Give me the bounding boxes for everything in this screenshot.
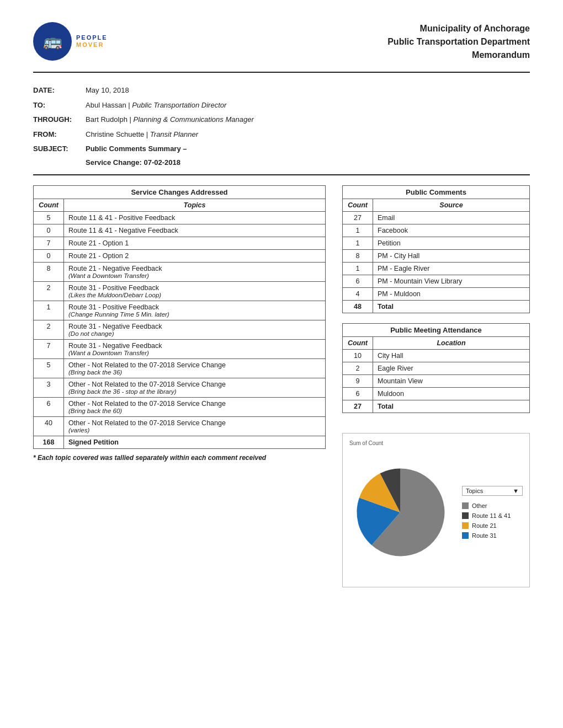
- legend-route31: Route 31: [462, 532, 523, 539]
- subject-value: Public Comments Summary –: [86, 143, 187, 154]
- sc-count-cell: 8: [34, 262, 64, 281]
- table-row: 7 Route 31 - Negative Feedback(Want a Do…: [34, 339, 326, 358]
- date-value: May 10, 2018: [86, 85, 129, 96]
- sc-count-cell: 2: [34, 281, 64, 301]
- logo-area: 🚌 PEOPLE MOVER: [33, 22, 108, 61]
- sc-topic-cell: Route 31 - Positive Feedback(Change Runn…: [64, 301, 326, 320]
- legend-route1141: Route 11 & 41: [462, 512, 523, 519]
- sc-topics-header: Topics: [64, 199, 326, 211]
- table-row: 2 Route 31 - Negative Feedback(Do not ch…: [34, 320, 326, 339]
- pc-source-header: Source: [373, 199, 530, 211]
- pm-count-cell: 27: [343, 400, 373, 413]
- main-content: Service Changes Addressed Count Topics 5…: [33, 185, 530, 587]
- service-changes-title: Service Changes Addressed: [34, 185, 326, 199]
- table-row: 27 Total: [343, 400, 530, 413]
- pc-count-cell: 1: [343, 224, 373, 237]
- sc-count-cell: 5: [34, 211, 64, 224]
- table-row: 6 Other - Not Related to the 07-2018 Ser…: [34, 397, 326, 416]
- table-row: 0 Route 11 & 41 - Negative Feedback: [34, 224, 326, 237]
- pc-count-cell: 4: [343, 287, 373, 300]
- to-title: Public Transportation Director: [132, 101, 226, 109]
- sc-count-cell: 5: [34, 358, 64, 378]
- legend-color-route1141: [462, 512, 469, 519]
- pc-source-cell: Facebook: [373, 224, 530, 237]
- public-comments-title-row: Public Comments: [343, 185, 530, 199]
- pc-source-cell: Email: [373, 211, 530, 224]
- through-value: Bart Rudolph | Planning & Communications…: [86, 114, 254, 125]
- legend-other: Other: [462, 502, 523, 509]
- from-title: Transit Planner: [150, 130, 198, 138]
- sc-count-cell: 0: [34, 249, 64, 262]
- logo-circle: 🚌: [33, 22, 72, 61]
- top-divider: [33, 72, 530, 73]
- pc-count-cell: 6: [343, 275, 373, 287]
- sc-topic-cell: Other - Not Related to the 07-2018 Servi…: [64, 358, 326, 378]
- table-row: 168 Signed Petition: [34, 436, 326, 448]
- through-name: Bart Rudolph |: [86, 115, 133, 124]
- topics-dropdown[interactable]: Topics ▼: [462, 486, 523, 496]
- org-line2: Public Transportation Department: [387, 35, 530, 49]
- memo-from-row: FROM: Christine Schuette | Transit Plann…: [33, 129, 530, 140]
- subject-label: SUBJECT:: [33, 143, 86, 154]
- pie-chart: [349, 452, 451, 573]
- table-row: 6 PM - Mountain View Library: [343, 275, 530, 287]
- pc-source-cell: PM - Mountain View Library: [373, 275, 530, 287]
- sc-topic-cell: Route 21 - Option 2: [64, 249, 326, 262]
- org-line3: Memorandum: [387, 49, 530, 62]
- sc-count-cell: 168: [34, 436, 64, 448]
- legend-color-route21: [462, 522, 469, 529]
- logo-text-block: PEOPLE MOVER: [76, 34, 108, 49]
- legend-label-route21: Route 21: [472, 522, 497, 529]
- table-row: 2 Eagle River: [343, 362, 530, 374]
- table-row: 1 Facebook: [343, 224, 530, 237]
- through-label: THROUGH:: [33, 114, 86, 125]
- memo-subject-row: SUBJECT: Public Comments Summary –: [33, 143, 530, 154]
- sc-count-cell: 7: [34, 339, 64, 358]
- sc-count-cell: 7: [34, 237, 64, 249]
- public-meeting-table: Public Meeting Attendance Count Location…: [342, 323, 530, 413]
- pm-count-header: Count: [343, 336, 373, 349]
- public-meeting-title-row: Public Meeting Attendance: [343, 323, 530, 336]
- table-row: 2 Route 31 - Positive Feedback(Likes the…: [34, 281, 326, 301]
- subject-line2: Service Change: 07-02-2018: [86, 158, 530, 167]
- pm-count-cell: 6: [343, 387, 373, 400]
- table-row: 8 PM - City Hall: [343, 249, 530, 262]
- logo-mover-text: MOVER: [76, 41, 108, 49]
- chart-area: Sum of Count: [342, 433, 530, 587]
- sc-topic-cell: Route 31 - Negative Feedback(Do not chan…: [64, 320, 326, 339]
- table-row: 40 Other - Not Related to the 07-2018 Se…: [34, 416, 326, 436]
- sc-topic-cell: Signed Petition: [64, 436, 326, 448]
- to-value: Abul Hassan | Public Transportation Dire…: [86, 100, 226, 111]
- through-title: Planning & Communications Manager: [133, 115, 253, 124]
- pc-source-cell: Total: [373, 300, 530, 313]
- pm-location-cell: Eagle River: [373, 362, 530, 374]
- table-row: 1 PM - Eagle River: [343, 262, 530, 275]
- public-comments-title: Public Comments: [343, 185, 530, 199]
- legend-label-other: Other: [472, 502, 487, 509]
- pc-source-cell: PM - Eagle River: [373, 262, 530, 275]
- header-area: 🚌 PEOPLE MOVER Municipality of Anchorage…: [33, 22, 530, 62]
- table-row: 7 Route 21 - Option 1: [34, 237, 326, 249]
- memo-date-row: DATE: May 10, 2018: [33, 85, 530, 96]
- pc-count-cell: 48: [343, 300, 373, 313]
- topics-dropdown-label: Topics: [466, 488, 483, 494]
- pm-count-cell: 2: [343, 362, 373, 374]
- sc-topic-cell: Other - Not Related to the 07-2018 Servi…: [64, 378, 326, 397]
- table-row: 1 Route 31 - Positive Feedback(Change Ru…: [34, 301, 326, 320]
- pc-count-cell: 8: [343, 249, 373, 262]
- public-comments-header-row: Count Source: [343, 199, 530, 211]
- sc-count-cell: 2: [34, 320, 64, 339]
- table-row: 1 Petition: [343, 237, 530, 249]
- sc-topic-cell: Other - Not Related to the 07-2018 Servi…: [64, 397, 326, 416]
- from-name: Christine Schuette |: [86, 130, 150, 138]
- table-row: 5 Other - Not Related to the 07-2018 Ser…: [34, 358, 326, 378]
- public-comments-body: 27 Email 1 Facebook 1 Petition 8 PM - Ci…: [343, 211, 530, 313]
- to-name: Abul Hassan |: [86, 101, 132, 109]
- pm-location-cell: Total: [373, 400, 530, 413]
- legend-color-other: [462, 502, 469, 509]
- service-changes-title-row: Service Changes Addressed: [34, 185, 326, 199]
- pm-count-cell: 9: [343, 374, 373, 387]
- chart-label: Sum of Count: [349, 440, 523, 446]
- public-meeting-body: 10 City Hall 2 Eagle River 9 Mountain Vi…: [343, 349, 530, 413]
- pm-count-cell: 10: [343, 349, 373, 362]
